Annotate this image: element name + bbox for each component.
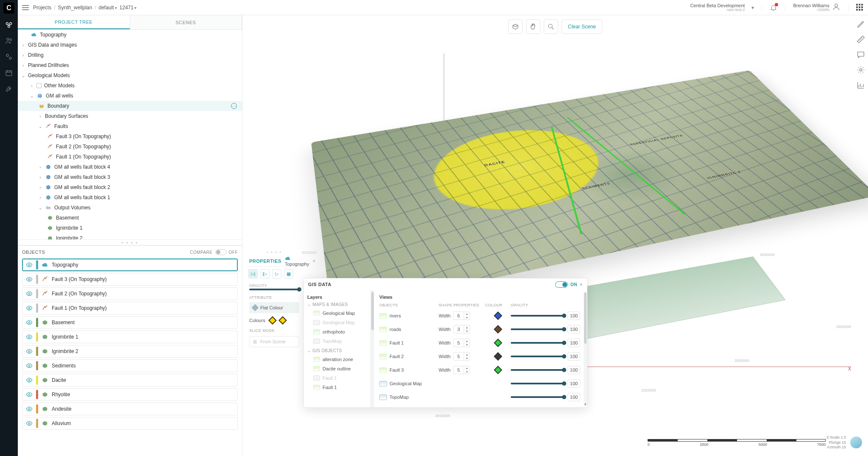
opacity-value[interactable]: 100 <box>568 379 580 388</box>
apps-grid-icon[interactable] <box>856 4 864 11</box>
close-icon[interactable]: × <box>312 258 315 264</box>
object-row[interactable]: Sediments <box>22 359 238 372</box>
nav-project-icon[interactable] <box>4 19 14 30</box>
view-pan-icon[interactable] <box>526 19 540 34</box>
tree-ign1[interactable]: Ignimbrite 1 <box>18 223 242 233</box>
visibility-eye-icon[interactable] <box>26 261 33 268</box>
opacity-slider[interactable] <box>247 289 302 293</box>
spin-up-icon[interactable]: ▲ <box>464 353 470 356</box>
width-spinner[interactable]: 5▲▼ <box>453 366 470 374</box>
object-row[interactable]: Andesite <box>22 403 238 415</box>
layer-item[interactable]: alteration zone <box>307 355 369 364</box>
layer-item[interactable]: TopoMap <box>307 336 369 346</box>
object-row[interactable]: Rhyolite <box>22 388 238 401</box>
layers-group-maps[interactable]: ⌄MAPS & IMAGES <box>307 302 369 307</box>
play-icon[interactable]: ▷ <box>272 269 281 278</box>
spin-down-icon[interactable]: ▼ <box>464 356 470 360</box>
object-row[interactable]: Ignimbrite 1 <box>22 331 238 343</box>
spin-up-icon[interactable]: ▲ <box>464 325 470 329</box>
width-spinner[interactable]: 5▲▼ <box>453 339 470 347</box>
tool-chart-icon[interactable] <box>856 81 865 90</box>
opacity-value[interactable]: 100 <box>568 325 580 334</box>
close-icon[interactable]: × <box>580 282 583 287</box>
breadcrumb-root[interactable]: Projects <box>33 5 51 11</box>
layer-item[interactable]: orthophoto <box>307 327 369 336</box>
project-tree[interactable]: Topography ›GIS Data and Images ›Drillin… <box>18 30 242 239</box>
checkbox[interactable] <box>36 83 42 88</box>
step-icon[interactable]: |▷ <box>260 269 270 278</box>
view-search-icon[interactable] <box>544 19 558 34</box>
tool-pen-icon[interactable] <box>856 19 865 29</box>
tree-fb4[interactable]: ›GM all wells fault block 4 <box>18 162 242 172</box>
layers-group-objects[interactable]: ⌄GIS OBJECTS <box>307 348 369 353</box>
breadcrumb-project[interactable]: Synth_wellplan <box>58 5 92 11</box>
visibility-eye-icon[interactable] <box>26 420 33 427</box>
object-row[interactable]: Basement <box>22 316 238 329</box>
colour-swatch[interactable] <box>494 311 502 320</box>
spin-down-icon[interactable]: ▼ <box>464 316 470 320</box>
layer-item[interactable]: Geological Map <box>307 318 369 327</box>
clear-scene-button[interactable]: Clear Scene <box>562 19 602 34</box>
tree-fb2[interactable]: ›GM all wells fault block 2 <box>18 182 242 192</box>
tree-other-models[interactable]: ›Other Models <box>18 81 242 91</box>
object-row[interactable]: Topography <box>22 259 238 271</box>
object-row[interactable]: Alluvium <box>22 417 238 430</box>
spin-down-icon[interactable]: ▼ <box>464 343 470 347</box>
org-selector[interactable]: Central Beta Development nam-test-2 <box>690 3 745 12</box>
object-row[interactable]: Fault 1 (On Topography) <box>22 302 238 314</box>
tree-gis[interactable]: ›GIS Data and Images <box>18 40 242 50</box>
layer-item[interactable]: Fault 1 <box>307 383 369 392</box>
gis-on-toggle[interactable] <box>555 281 568 288</box>
layer-item[interactable]: Geological Map <box>307 309 369 318</box>
object-row[interactable]: Dacite <box>22 374 238 386</box>
tree-fault3[interactable]: Fault 3 (On Topography) <box>18 131 242 142</box>
layer-item[interactable]: Fault 1 <box>307 373 369 383</box>
tree-fb1[interactable]: ›GM all wells fault block 1 <box>18 192 242 203</box>
opacity-slider[interactable] <box>511 342 564 344</box>
nav-calendar-icon[interactable] <box>4 68 14 78</box>
width-spinner[interactable]: 3▲▼ <box>453 325 470 334</box>
spin-down-icon[interactable]: ▼ <box>464 329 470 333</box>
scroll-down-icon[interactable]: ▼ <box>584 403 587 406</box>
nav-people-icon[interactable] <box>4 36 14 46</box>
tree-geomodels[interactable]: ⌄Geological Models <box>18 70 242 81</box>
visibility-eye-icon[interactable] <box>26 406 33 412</box>
opacity-value[interactable]: 100 <box>568 352 580 361</box>
visibility-eye-icon[interactable] <box>26 290 33 297</box>
tool-settings-icon[interactable] <box>856 65 865 75</box>
tree-faults[interactable]: ⌄Faults <box>18 121 242 131</box>
tree-gm-all[interactable]: ⌄GM all wells <box>18 91 242 101</box>
tree-basement[interactable]: Basement <box>18 213 242 223</box>
compare-toggle[interactable] <box>215 249 226 255</box>
visibility-eye-icon[interactable] <box>26 319 33 326</box>
colour-swatch[interactable] <box>278 316 287 325</box>
spin-up-icon[interactable]: ▲ <box>464 312 470 316</box>
visibility-eye-icon[interactable] <box>26 377 33 384</box>
colour-swatch[interactable] <box>268 316 277 325</box>
width-spinner[interactable]: 6▲▼ <box>453 311 470 320</box>
flat-colour-button[interactable]: Flat Colour <box>249 302 299 313</box>
slice-from-scene-button[interactable]: ⊞From Scene <box>249 336 299 347</box>
tab-scenes[interactable]: SCENES <box>130 15 242 29</box>
spin-down-icon[interactable]: ▼ <box>464 370 470 374</box>
layers-scrollbar[interactable] <box>371 290 374 407</box>
width-spinner[interactable]: 5▲▼ <box>453 352 470 361</box>
org-chevron-icon[interactable]: ▾ <box>751 5 754 11</box>
object-row[interactable]: Ignimbrite 2 <box>22 345 238 358</box>
colour-swatch[interactable] <box>494 325 502 334</box>
colour-swatch[interactable] <box>494 352 502 361</box>
nav-wrench-icon[interactable] <box>4 84 14 94</box>
visibility-eye-icon[interactable] <box>26 305 33 311</box>
visibility-eye-icon[interactable] <box>26 334 33 340</box>
tab-project-tree[interactable]: PROJECT TREE <box>18 15 130 29</box>
grid-icon[interactable]: ▦ <box>284 269 293 278</box>
tree-fault1[interactable]: Fault 1 (On Topography) <box>18 152 242 162</box>
spin-up-icon[interactable]: ▲ <box>464 339 470 343</box>
views-scrollbar[interactable]: ▲ ▼ <box>584 292 587 406</box>
opacity-slider[interactable] <box>511 356 564 357</box>
object-row[interactable]: Fault 3 (On Topography) <box>22 273 238 286</box>
object-row[interactable]: Fault 2 (On Topography) <box>22 287 238 300</box>
tree-topography[interactable]: Topography <box>18 30 242 40</box>
opacity-value[interactable]: 100 <box>568 339 580 347</box>
colour-swatch[interactable] <box>494 366 502 374</box>
